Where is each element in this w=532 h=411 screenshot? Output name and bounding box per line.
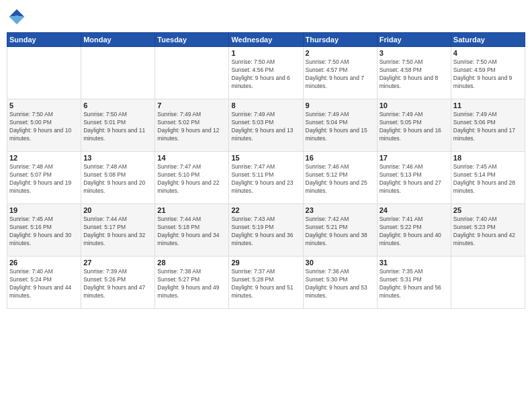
- calendar-cell: 7Sunrise: 7:49 AM Sunset: 5:02 PM Daylig…: [155, 99, 229, 152]
- calendar-cell: 8Sunrise: 7:49 AM Sunset: 5:03 PM Daylig…: [229, 99, 303, 152]
- calendar-cell: 19Sunrise: 7:45 AM Sunset: 5:16 PM Dayli…: [7, 204, 81, 257]
- calendar-week-3: 12Sunrise: 7:48 AM Sunset: 5:07 PM Dayli…: [7, 152, 525, 204]
- day-number: 17: [380, 154, 449, 162]
- day-info: Sunrise: 7:46 AM Sunset: 5:13 PM Dayligh…: [380, 163, 449, 195]
- day-info: Sunrise: 7:49 AM Sunset: 5:02 PM Dayligh…: [157, 111, 226, 143]
- calendar-cell: 24Sunrise: 7:41 AM Sunset: 5:22 PM Dayli…: [377, 204, 451, 257]
- day-info: Sunrise: 7:39 AM Sunset: 5:26 PM Dayligh…: [83, 268, 152, 300]
- day-number: 19: [9, 206, 79, 214]
- day-info: Sunrise: 7:47 AM Sunset: 5:11 PM Dayligh…: [231, 163, 300, 195]
- day-number: 27: [83, 259, 152, 267]
- day-info: Sunrise: 7:44 AM Sunset: 5:18 PM Dayligh…: [157, 216, 226, 248]
- day-number: 28: [157, 259, 226, 267]
- day-info: Sunrise: 7:36 AM Sunset: 5:30 PM Dayligh…: [306, 268, 375, 300]
- calendar-cell: 20Sunrise: 7:44 AM Sunset: 5:17 PM Dayli…: [81, 204, 155, 257]
- logo: [7, 7, 30, 27]
- day-info: Sunrise: 7:35 AM Sunset: 5:31 PM Dayligh…: [380, 268, 449, 300]
- day-info: Sunrise: 7:40 AM Sunset: 5:23 PM Dayligh…: [453, 216, 523, 248]
- calendar-cell: 23Sunrise: 7:42 AM Sunset: 5:21 PM Dayli…: [303, 204, 377, 257]
- calendar-week-1: 1Sunrise: 7:50 AM Sunset: 4:56 PM Daylig…: [7, 47, 525, 99]
- day-info: Sunrise: 7:48 AM Sunset: 5:07 PM Dayligh…: [9, 163, 79, 195]
- day-number: 15: [231, 154, 300, 162]
- day-number: 4: [453, 49, 523, 57]
- calendar-cell: [81, 47, 155, 99]
- day-number: 13: [83, 154, 152, 162]
- calendar-cell: 25Sunrise: 7:40 AM Sunset: 5:23 PM Dayli…: [451, 204, 525, 257]
- day-number: 6: [83, 101, 152, 109]
- calendar-cell: 22Sunrise: 7:43 AM Sunset: 5:19 PM Dayli…: [229, 204, 303, 257]
- day-info: Sunrise: 7:45 AM Sunset: 5:14 PM Dayligh…: [453, 163, 523, 195]
- calendar-cell: 18Sunrise: 7:45 AM Sunset: 5:14 PM Dayli…: [451, 152, 525, 204]
- calendar-week-5: 26Sunrise: 7:40 AM Sunset: 5:24 PM Dayli…: [7, 257, 525, 309]
- calendar-cell: 15Sunrise: 7:47 AM Sunset: 5:11 PM Dayli…: [229, 152, 303, 204]
- day-info: Sunrise: 7:50 AM Sunset: 4:57 PM Dayligh…: [306, 58, 375, 91]
- calendar-cell: 9Sunrise: 7:49 AM Sunset: 5:04 PM Daylig…: [303, 99, 377, 152]
- day-number: 1: [231, 49, 300, 57]
- weekday-header-wednesday: Wednesday: [229, 33, 303, 47]
- weekday-header-monday: Monday: [81, 33, 155, 47]
- calendar-cell: 1Sunrise: 7:50 AM Sunset: 4:56 PM Daylig…: [229, 47, 303, 99]
- svg-marker-0: [9, 9, 25, 17]
- calendar-cell: 21Sunrise: 7:44 AM Sunset: 5:18 PM Dayli…: [155, 204, 229, 257]
- day-info: Sunrise: 7:47 AM Sunset: 5:10 PM Dayligh…: [157, 163, 226, 195]
- calendar-cell: 5Sunrise: 7:50 AM Sunset: 5:00 PM Daylig…: [7, 99, 81, 152]
- day-info: Sunrise: 7:50 AM Sunset: 5:00 PM Dayligh…: [9, 111, 79, 143]
- calendar-cell: 12Sunrise: 7:48 AM Sunset: 5:07 PM Dayli…: [7, 152, 81, 204]
- calendar-cell: 11Sunrise: 7:49 AM Sunset: 5:06 PM Dayli…: [451, 99, 525, 152]
- day-info: Sunrise: 7:50 AM Sunset: 4:59 PM Dayligh…: [453, 58, 523, 91]
- weekday-header-row: SundayMondayTuesdayWednesdayThursdayFrid…: [7, 33, 525, 47]
- day-number: 10: [380, 101, 449, 109]
- day-number: 25: [453, 206, 523, 214]
- calendar-week-2: 5Sunrise: 7:50 AM Sunset: 5:00 PM Daylig…: [7, 99, 525, 152]
- calendar-cell: 4Sunrise: 7:50 AM Sunset: 4:59 PM Daylig…: [451, 47, 525, 99]
- calendar-cell: 13Sunrise: 7:48 AM Sunset: 5:08 PM Dayli…: [81, 152, 155, 204]
- day-number: 9: [306, 101, 375, 109]
- day-info: Sunrise: 7:44 AM Sunset: 5:17 PM Dayligh…: [83, 216, 152, 248]
- calendar-cell: 14Sunrise: 7:47 AM Sunset: 5:10 PM Dayli…: [155, 152, 229, 204]
- day-info: Sunrise: 7:49 AM Sunset: 5:03 PM Dayligh…: [231, 111, 300, 143]
- day-number: 5: [9, 101, 79, 109]
- calendar-cell: 31Sunrise: 7:35 AM Sunset: 5:31 PM Dayli…: [377, 257, 451, 309]
- day-info: Sunrise: 7:46 AM Sunset: 5:12 PM Dayligh…: [306, 163, 375, 195]
- calendar-cell: 16Sunrise: 7:46 AM Sunset: 5:12 PM Dayli…: [303, 152, 377, 204]
- day-info: Sunrise: 7:40 AM Sunset: 5:24 PM Dayligh…: [9, 268, 79, 300]
- calendar-cell: 27Sunrise: 7:39 AM Sunset: 5:26 PM Dayli…: [81, 257, 155, 309]
- weekday-header-thursday: Thursday: [303, 33, 377, 47]
- day-info: Sunrise: 7:45 AM Sunset: 5:16 PM Dayligh…: [9, 216, 79, 248]
- logo-icon: [7, 7, 27, 27]
- day-number: 31: [380, 259, 449, 267]
- day-number: 20: [83, 206, 152, 214]
- day-info: Sunrise: 7:49 AM Sunset: 5:06 PM Dayligh…: [453, 111, 523, 143]
- day-number: 23: [306, 206, 375, 214]
- calendar: SundayMondayTuesdayWednesdayThursdayFrid…: [7, 32, 525, 309]
- day-info: Sunrise: 7:50 AM Sunset: 4:58 PM Dayligh…: [380, 58, 449, 91]
- day-info: Sunrise: 7:49 AM Sunset: 5:05 PM Dayligh…: [380, 111, 449, 143]
- calendar-cell: 6Sunrise: 7:50 AM Sunset: 5:01 PM Daylig…: [81, 99, 155, 152]
- weekday-header-sunday: Sunday: [7, 33, 81, 47]
- day-info: Sunrise: 7:50 AM Sunset: 5:01 PM Dayligh…: [83, 111, 152, 143]
- calendar-cell: 26Sunrise: 7:40 AM Sunset: 5:24 PM Dayli…: [7, 257, 81, 309]
- day-number: 2: [306, 49, 375, 57]
- day-number: 18: [453, 154, 523, 162]
- calendar-cell: 30Sunrise: 7:36 AM Sunset: 5:30 PM Dayli…: [303, 257, 377, 309]
- day-number: 8: [231, 101, 300, 109]
- day-number: 14: [157, 154, 226, 162]
- day-number: 29: [231, 259, 300, 267]
- day-number: 3: [380, 49, 449, 57]
- day-number: 16: [306, 154, 375, 162]
- day-number: 11: [453, 101, 523, 109]
- calendar-cell: [7, 47, 81, 99]
- calendar-cell: 2Sunrise: 7:50 AM Sunset: 4:57 PM Daylig…: [303, 47, 377, 99]
- page: SundayMondayTuesdayWednesdayThursdayFrid…: [0, 0, 532, 411]
- calendar-cell: 3Sunrise: 7:50 AM Sunset: 4:58 PM Daylig…: [377, 47, 451, 99]
- calendar-cell: [155, 47, 229, 99]
- weekday-header-saturday: Saturday: [451, 33, 525, 47]
- day-info: Sunrise: 7:50 AM Sunset: 4:56 PM Dayligh…: [231, 58, 300, 91]
- calendar-cell: 17Sunrise: 7:46 AM Sunset: 5:13 PM Dayli…: [377, 152, 451, 204]
- day-info: Sunrise: 7:48 AM Sunset: 5:08 PM Dayligh…: [83, 163, 152, 195]
- day-number: 24: [380, 206, 449, 214]
- day-number: 22: [231, 206, 300, 214]
- day-info: Sunrise: 7:49 AM Sunset: 5:04 PM Dayligh…: [306, 111, 375, 143]
- day-info: Sunrise: 7:42 AM Sunset: 5:21 PM Dayligh…: [306, 216, 375, 248]
- calendar-cell: 10Sunrise: 7:49 AM Sunset: 5:05 PM Dayli…: [377, 99, 451, 152]
